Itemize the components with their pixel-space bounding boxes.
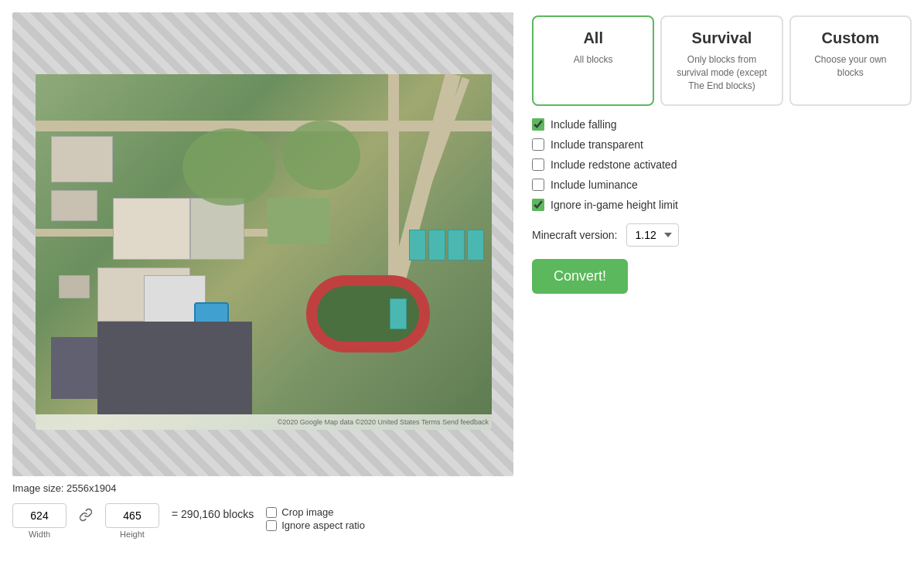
aspect-checkbox[interactable]: [266, 520, 277, 531]
falling-checkbox[interactable]: [532, 118, 544, 131]
luminance-checkbox[interactable]: [532, 179, 544, 191]
block-option-survival[interactable]: Survival Only blocks from survival mode …: [660, 15, 783, 106]
image-wrapper: ©2020 Google Map data ©2020 United State…: [12, 12, 513, 476]
aspect-text: Ignore aspect ratio: [281, 519, 365, 531]
block-all-desc: All blocks: [543, 53, 643, 66]
block-all-title: All: [543, 29, 643, 47]
link-icon: [79, 508, 93, 522]
luminance-label: Include luminance: [551, 179, 638, 191]
height-checkbox[interactable]: [532, 199, 544, 211]
width-label: Width: [12, 530, 66, 539]
version-row: Minecraft version: 1.8 1.9 1.10 1.11 1.1…: [532, 223, 912, 247]
transparent-label: Include transparent: [551, 138, 643, 151]
right-panel: All All blocks Survival Only blocks from…: [532, 12, 912, 539]
falling-label: Include falling: [551, 118, 617, 131]
luminance-row[interactable]: Include luminance: [532, 179, 912, 191]
height-label: Ignore in-game height limit: [551, 199, 678, 211]
crop-checkbox[interactable]: [266, 507, 277, 518]
convert-button[interactable]: Convert!: [532, 259, 628, 294]
height-group: Height: [105, 503, 159, 539]
options-section: Include falling Include transparent Incl…: [532, 118, 912, 211]
block-custom-desc: Choose your own blocks: [800, 53, 901, 80]
left-panel: ©2020 Google Map data ©2020 United State…: [12, 12, 513, 539]
bottom-controls: Width Height = 290,160 blocks Crop image: [12, 503, 513, 539]
map-image: ©2020 Google Map data ©2020 United State…: [36, 74, 492, 430]
height-row[interactable]: Ignore in-game height limit: [532, 199, 912, 211]
image-size-label: Image size: 2556x1904: [12, 482, 513, 494]
block-survival-desc: Only blocks from survival mode (except T…: [671, 53, 772, 92]
version-label: Minecraft version:: [532, 229, 617, 241]
falling-row[interactable]: Include falling: [532, 118, 912, 131]
block-survival-title: Survival: [671, 29, 772, 47]
width-group: Width: [12, 503, 66, 539]
crop-text: Crop image: [281, 506, 333, 518]
block-option-custom[interactable]: Custom Choose your own blocks: [789, 15, 912, 106]
width-input[interactable]: [12, 503, 66, 528]
aspect-label[interactable]: Ignore aspect ratio: [266, 519, 365, 531]
transparent-checkbox[interactable]: [532, 138, 544, 151]
map-background: ©2020 Google Map data ©2020 United State…: [36, 74, 492, 430]
height-input[interactable]: [105, 503, 159, 528]
block-type-selector: All All blocks Survival Only blocks from…: [532, 15, 912, 106]
height-label: Height: [105, 530, 159, 539]
version-select[interactable]: 1.8 1.9 1.10 1.11 1.12 1.13 1.14 1.15 1.…: [626, 223, 679, 247]
redstone-checkbox[interactable]: [532, 158, 544, 171]
crop-label[interactable]: Crop image: [266, 506, 365, 518]
bottom-checkboxes: Crop image Ignore aspect ratio: [266, 506, 365, 531]
redstone-row[interactable]: Include redstone activated: [532, 158, 912, 171]
transparent-row[interactable]: Include transparent: [532, 138, 912, 151]
blocks-count: = 290,160 blocks: [172, 508, 254, 520]
map-footer: ©2020 Google Map data ©2020 United State…: [36, 414, 492, 430]
block-custom-title: Custom: [800, 29, 901, 47]
main-container: ©2020 Google Map data ©2020 United State…: [0, 0, 924, 551]
redstone-label: Include redstone activated: [551, 158, 677, 171]
block-option-all[interactable]: All All blocks: [532, 15, 654, 106]
